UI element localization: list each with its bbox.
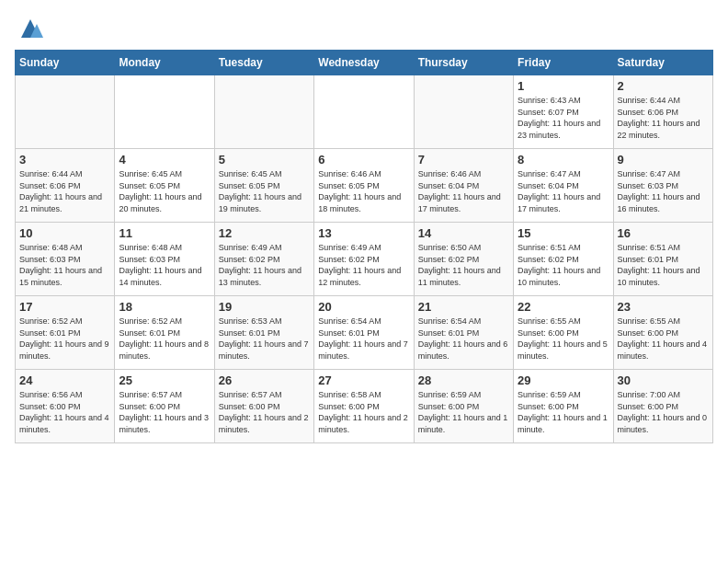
day-info: Sunrise: 6:54 AM Sunset: 6:01 PM Dayligh… bbox=[318, 316, 409, 362]
calendar-cell: 21Sunrise: 6:54 AM Sunset: 6:01 PM Dayli… bbox=[414, 296, 513, 370]
calendar-cell: 3Sunrise: 6:44 AM Sunset: 6:06 PM Daylig… bbox=[16, 149, 115, 223]
col-header-wednesday: Wednesday bbox=[314, 51, 414, 75]
day-info: Sunrise: 6:49 AM Sunset: 6:02 PM Dayligh… bbox=[219, 242, 310, 288]
day-info: Sunrise: 6:56 AM Sunset: 6:00 PM Dayligh… bbox=[19, 389, 110, 435]
day-number: 28 bbox=[418, 373, 509, 387]
day-number: 1 bbox=[518, 79, 609, 93]
day-number: 14 bbox=[418, 226, 509, 240]
col-header-monday: Monday bbox=[115, 51, 214, 75]
day-info: Sunrise: 6:50 AM Sunset: 6:02 PM Dayligh… bbox=[418, 242, 509, 288]
day-info: Sunrise: 6:47 AM Sunset: 6:04 PM Dayligh… bbox=[518, 168, 609, 214]
day-number: 24 bbox=[19, 373, 110, 387]
day-info: Sunrise: 6:53 AM Sunset: 6:01 PM Dayligh… bbox=[219, 316, 310, 362]
col-header-tuesday: Tuesday bbox=[214, 51, 313, 75]
day-number: 29 bbox=[518, 373, 609, 387]
calendar-cell: 12Sunrise: 6:49 AM Sunset: 6:02 PM Dayli… bbox=[214, 223, 313, 296]
day-number: 22 bbox=[518, 300, 609, 314]
day-info: Sunrise: 6:45 AM Sunset: 6:05 PM Dayligh… bbox=[219, 168, 310, 214]
day-number: 15 bbox=[518, 226, 609, 240]
week-row-5: 24Sunrise: 6:56 AM Sunset: 6:00 PM Dayli… bbox=[16, 370, 713, 443]
day-number: 20 bbox=[318, 300, 409, 314]
calendar-cell: 13Sunrise: 6:49 AM Sunset: 6:02 PM Dayli… bbox=[314, 223, 414, 296]
day-number: 21 bbox=[418, 300, 509, 314]
calendar-table: SundayMondayTuesdayWednesdayThursdayFrid… bbox=[15, 50, 713, 443]
day-number: 27 bbox=[318, 373, 409, 387]
day-info: Sunrise: 6:47 AM Sunset: 6:03 PM Dayligh… bbox=[618, 168, 709, 214]
calendar-cell: 8Sunrise: 6:47 AM Sunset: 6:04 PM Daylig… bbox=[514, 149, 613, 223]
day-info: Sunrise: 6:48 AM Sunset: 6:03 PM Dayligh… bbox=[19, 242, 110, 288]
day-info: Sunrise: 6:44 AM Sunset: 6:06 PM Dayligh… bbox=[19, 168, 110, 214]
day-info: Sunrise: 6:43 AM Sunset: 6:07 PM Dayligh… bbox=[518, 95, 609, 141]
calendar-cell: 16Sunrise: 6:51 AM Sunset: 6:01 PM Dayli… bbox=[613, 223, 712, 296]
calendar-cell: 25Sunrise: 6:57 AM Sunset: 6:00 PM Dayli… bbox=[115, 370, 214, 443]
day-info: Sunrise: 6:45 AM Sunset: 6:05 PM Dayligh… bbox=[119, 168, 210, 214]
header-row: SundayMondayTuesdayWednesdayThursdayFrid… bbox=[16, 51, 713, 75]
calendar-cell: 18Sunrise: 6:52 AM Sunset: 6:01 PM Dayli… bbox=[115, 296, 214, 370]
col-header-sunday: Sunday bbox=[16, 51, 115, 75]
calendar-cell: 10Sunrise: 6:48 AM Sunset: 6:03 PM Dayli… bbox=[16, 223, 115, 296]
calendar-cell: 27Sunrise: 6:58 AM Sunset: 6:00 PM Dayli… bbox=[314, 370, 414, 443]
week-row-1: 1Sunrise: 6:43 AM Sunset: 6:07 PM Daylig… bbox=[16, 75, 713, 149]
day-info: Sunrise: 6:46 AM Sunset: 6:04 PM Dayligh… bbox=[418, 168, 509, 214]
page-header bbox=[15, 15, 713, 42]
day-number: 4 bbox=[119, 153, 210, 167]
calendar-cell: 29Sunrise: 6:59 AM Sunset: 6:00 PM Dayli… bbox=[514, 370, 613, 443]
day-info: Sunrise: 6:44 AM Sunset: 6:06 PM Dayligh… bbox=[618, 95, 709, 141]
day-number: 8 bbox=[518, 153, 609, 167]
day-number: 7 bbox=[418, 153, 509, 167]
day-info: Sunrise: 6:59 AM Sunset: 6:00 PM Dayligh… bbox=[518, 389, 609, 435]
day-number: 18 bbox=[119, 300, 210, 314]
day-info: Sunrise: 6:46 AM Sunset: 6:05 PM Dayligh… bbox=[318, 168, 409, 214]
day-info: Sunrise: 6:49 AM Sunset: 6:02 PM Dayligh… bbox=[318, 242, 409, 288]
day-number: 5 bbox=[219, 153, 310, 167]
calendar-cell: 19Sunrise: 6:53 AM Sunset: 6:01 PM Dayli… bbox=[214, 296, 313, 370]
logo bbox=[15, 15, 44, 42]
calendar-cell: 24Sunrise: 6:56 AM Sunset: 6:00 PM Dayli… bbox=[16, 370, 115, 443]
calendar-cell: 30Sunrise: 7:00 AM Sunset: 6:00 PM Dayli… bbox=[613, 370, 712, 443]
day-number: 23 bbox=[618, 300, 709, 314]
day-info: Sunrise: 6:58 AM Sunset: 6:00 PM Dayligh… bbox=[318, 389, 409, 435]
day-info: Sunrise: 6:55 AM Sunset: 6:00 PM Dayligh… bbox=[618, 316, 709, 362]
day-number: 10 bbox=[19, 226, 110, 240]
col-header-friday: Friday bbox=[514, 51, 613, 75]
day-number: 25 bbox=[119, 373, 210, 387]
calendar-cell: 5Sunrise: 6:45 AM Sunset: 6:05 PM Daylig… bbox=[214, 149, 313, 223]
day-info: Sunrise: 6:51 AM Sunset: 6:02 PM Dayligh… bbox=[518, 242, 609, 288]
calendar-cell: 11Sunrise: 6:48 AM Sunset: 6:03 PM Dayli… bbox=[115, 223, 214, 296]
calendar-cell: 7Sunrise: 6:46 AM Sunset: 6:04 PM Daylig… bbox=[414, 149, 513, 223]
week-row-3: 10Sunrise: 6:48 AM Sunset: 6:03 PM Dayli… bbox=[16, 223, 713, 296]
calendar-cell bbox=[16, 75, 115, 149]
day-info: Sunrise: 6:54 AM Sunset: 6:01 PM Dayligh… bbox=[418, 316, 509, 362]
day-number: 12 bbox=[219, 226, 310, 240]
calendar-cell bbox=[115, 75, 214, 149]
calendar-cell: 4Sunrise: 6:45 AM Sunset: 6:05 PM Daylig… bbox=[115, 149, 214, 223]
calendar-cell: 6Sunrise: 6:46 AM Sunset: 6:05 PM Daylig… bbox=[314, 149, 414, 223]
day-number: 13 bbox=[318, 226, 409, 240]
day-number: 26 bbox=[219, 373, 310, 387]
logo-icon bbox=[17, 15, 44, 42]
calendar-cell: 15Sunrise: 6:51 AM Sunset: 6:02 PM Dayli… bbox=[514, 223, 613, 296]
calendar-cell bbox=[414, 75, 513, 149]
day-info: Sunrise: 6:57 AM Sunset: 6:00 PM Dayligh… bbox=[119, 389, 210, 435]
calendar-cell: 1Sunrise: 6:43 AM Sunset: 6:07 PM Daylig… bbox=[514, 75, 613, 149]
day-number: 9 bbox=[618, 153, 709, 167]
week-row-4: 17Sunrise: 6:52 AM Sunset: 6:01 PM Dayli… bbox=[16, 296, 713, 370]
day-number: 17 bbox=[19, 300, 110, 314]
calendar-cell: 20Sunrise: 6:54 AM Sunset: 6:01 PM Dayli… bbox=[314, 296, 414, 370]
calendar-cell: 17Sunrise: 6:52 AM Sunset: 6:01 PM Dayli… bbox=[16, 296, 115, 370]
calendar-cell: 28Sunrise: 6:59 AM Sunset: 6:00 PM Dayli… bbox=[414, 370, 513, 443]
day-number: 30 bbox=[618, 373, 709, 387]
day-info: Sunrise: 6:55 AM Sunset: 6:00 PM Dayligh… bbox=[518, 316, 609, 362]
calendar-cell: 14Sunrise: 6:50 AM Sunset: 6:02 PM Dayli… bbox=[414, 223, 513, 296]
day-info: Sunrise: 6:52 AM Sunset: 6:01 PM Dayligh… bbox=[119, 316, 210, 362]
calendar-cell: 22Sunrise: 6:55 AM Sunset: 6:00 PM Dayli… bbox=[514, 296, 613, 370]
day-info: Sunrise: 6:57 AM Sunset: 6:00 PM Dayligh… bbox=[219, 389, 310, 435]
calendar-cell: 2Sunrise: 6:44 AM Sunset: 6:06 PM Daylig… bbox=[613, 75, 712, 149]
day-number: 11 bbox=[119, 226, 210, 240]
day-info: Sunrise: 7:00 AM Sunset: 6:00 PM Dayligh… bbox=[618, 389, 709, 435]
calendar-cell bbox=[214, 75, 313, 149]
calendar-cell bbox=[314, 75, 414, 149]
calendar-cell: 26Sunrise: 6:57 AM Sunset: 6:00 PM Dayli… bbox=[214, 370, 313, 443]
day-number: 3 bbox=[19, 153, 110, 167]
calendar-cell: 9Sunrise: 6:47 AM Sunset: 6:03 PM Daylig… bbox=[613, 149, 712, 223]
